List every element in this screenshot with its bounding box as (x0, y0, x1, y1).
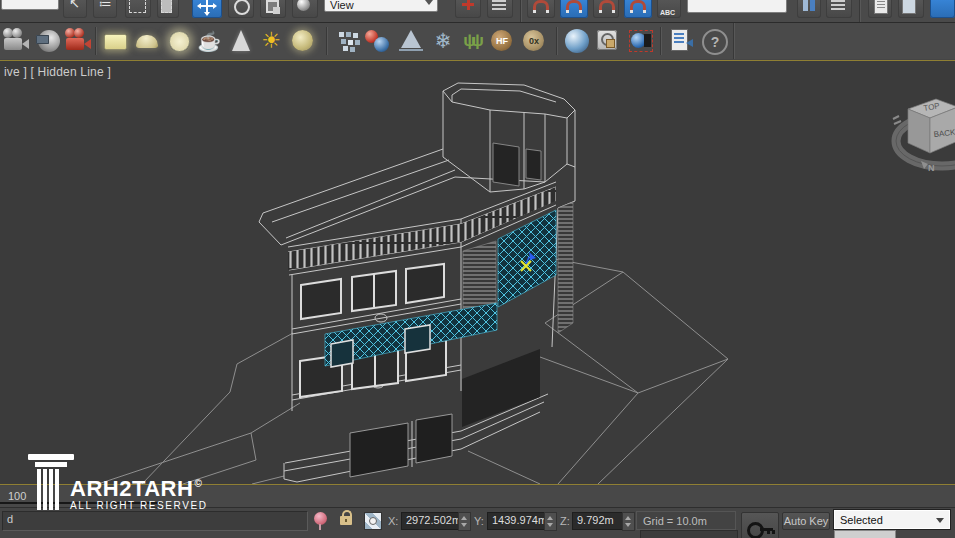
main-toolbar: ↖ ≔ View ABC (0, 0, 955, 23)
atmospheric-gizmo-button[interactable] (396, 26, 426, 56)
y-label: Y: (474, 515, 484, 527)
use-pivot-center-button[interactable] (292, 0, 318, 18)
named-selection-sets-combo[interactable] (687, 0, 787, 13)
magnet-icon (533, 0, 549, 12)
layer-manager-button[interactable] (826, 0, 852, 18)
magnet-angle-icon (566, 0, 582, 12)
y-spinner[interactable] (544, 512, 557, 531)
hair-fur-button[interactable]: HF (487, 26, 517, 56)
keyboard-icon (492, 0, 506, 10)
magnet-spinner-icon (630, 0, 646, 12)
mirror-icon (802, 0, 816, 12)
ox-button[interactable]: 0x (519, 26, 549, 56)
scene-explorer-button[interactable] (868, 0, 892, 18)
select-and-move-button[interactable] (192, 0, 222, 18)
cropped-bottom-row (0, 530, 955, 538)
angle-snap-button[interactable] (560, 0, 588, 18)
y-coordinate-field[interactable]: 1439.974m (487, 512, 548, 530)
rectangular-selection-button[interactable] (125, 0, 151, 18)
help-button[interactable]: ? (699, 26, 729, 56)
selection-filter-dropdown[interactable]: Selected (834, 510, 950, 529)
chevron-down-icon (425, 0, 433, 5)
reference-coordinate-combo[interactable]: View (324, 0, 438, 12)
selection-lock-icon[interactable] (340, 516, 352, 525)
edit-named-selections-button[interactable]: ABC (657, 0, 681, 18)
sun-light-button[interactable]: ☀ (256, 26, 286, 56)
select-by-name-button[interactable]: ≔ (93, 0, 117, 18)
3dsmax-window: ↖ ≔ View ABC (0, 0, 955, 538)
select-object-button[interactable]: ↖ (63, 0, 87, 18)
auto-key-button[interactable]: Auto Key (782, 512, 830, 530)
help-icon: ? (702, 29, 728, 55)
render-setup-icon (597, 30, 617, 50)
percent-snap-button[interactable] (593, 0, 619, 18)
particles-icon (339, 32, 344, 37)
marquee-icon (129, 0, 146, 13)
select-and-scale-button[interactable] (260, 0, 286, 18)
dome-light-button[interactable] (132, 26, 162, 56)
x-spinner[interactable] (458, 512, 471, 531)
louver-panel (463, 241, 496, 313)
foliage-button[interactable]: ψψ (456, 26, 486, 56)
camera-gray-button[interactable] (2, 26, 32, 56)
noise-ball-button[interactable]: ❄ (428, 26, 458, 56)
window-crossing-button[interactable] (157, 0, 179, 18)
spinner-snap-button[interactable] (624, 0, 652, 18)
viewport-label[interactable]: ive ] [ Hidden Line ] (4, 65, 111, 79)
curve-editor-button[interactable] (930, 0, 955, 18)
toggle-ribbon-button[interactable] (898, 0, 924, 18)
sphere-light-button[interactable] (288, 26, 318, 56)
material-editor-button[interactable] (562, 26, 592, 56)
watermark-subtitle: ALL RIGHT RESERVED (70, 500, 208, 511)
dynamics-button[interactable] (362, 26, 392, 56)
plane-light-button[interactable] (100, 26, 130, 56)
rect-light-icon (104, 34, 127, 50)
watermark-title: ARH2TARH (70, 476, 193, 501)
cursor-icon: ↖ (69, 0, 80, 11)
particle-array-button[interactable] (334, 26, 364, 56)
render-setup-button[interactable] (594, 26, 624, 56)
select-and-rotate-button[interactable] (228, 0, 254, 18)
material-sphere-icon (565, 29, 589, 53)
selection-filter-value: Selected (840, 514, 883, 526)
select-by-name-icon: ≔ (99, 0, 112, 11)
hf-label: HF (487, 26, 517, 56)
disc-light-button[interactable] (164, 26, 194, 56)
list-icon (874, 0, 888, 14)
batch-render-button[interactable] (667, 26, 697, 56)
snaps-toggle-button[interactable] (527, 0, 555, 18)
mirror-button[interactable] (797, 0, 821, 18)
camera-sphere-button[interactable] (34, 26, 64, 56)
absolute-mode-icon[interactable] (364, 512, 382, 530)
keyboard-override-button[interactable] (487, 0, 513, 18)
column-logo (28, 454, 74, 510)
select-and-manipulate-button[interactable] (455, 0, 481, 18)
scale-icon (266, 0, 279, 13)
viewcube-north-label[interactable]: N (928, 163, 935, 173)
viewcube[interactable]: TOP BACK N (893, 99, 955, 173)
z-label: Z: (560, 515, 570, 527)
camera-red-button[interactable] (64, 26, 94, 56)
penthouse-openings (493, 143, 541, 186)
spiky-ball-icon: ❄ (428, 26, 458, 56)
chevron-down-icon (936, 518, 944, 523)
rotate-icon (234, 0, 250, 15)
ox-label: 0x (519, 26, 549, 56)
selection-filter-combo[interactable] (1, 0, 59, 10)
render-region-button[interactable] (626, 26, 656, 56)
extras-toolbar: ☕ ☀ ❄ ψψ HF 0x ? (0, 23, 955, 59)
end-frame-label: 100 (8, 490, 26, 502)
window-crossing-icon (161, 0, 172, 13)
z-coordinate-field[interactable]: 9.792m (572, 512, 626, 530)
x-label: X: (388, 515, 398, 527)
isolate-selection-icon[interactable] (314, 512, 327, 525)
prompt-line[interactable]: d (2, 511, 308, 531)
doc-arrow-icon (671, 29, 688, 51)
ribbon-icon (902, 0, 916, 14)
cone-button[interactable] (226, 26, 256, 56)
x-coordinate-field[interactable]: 2972.502m (401, 512, 462, 530)
perspective-viewport[interactable]: TOP BACK N ive ] [ Hidden Line ] (0, 60, 955, 485)
teapot-button[interactable]: ☕ (194, 26, 224, 56)
z-spinner[interactable] (622, 512, 635, 531)
pyramid-icon (401, 30, 421, 48)
